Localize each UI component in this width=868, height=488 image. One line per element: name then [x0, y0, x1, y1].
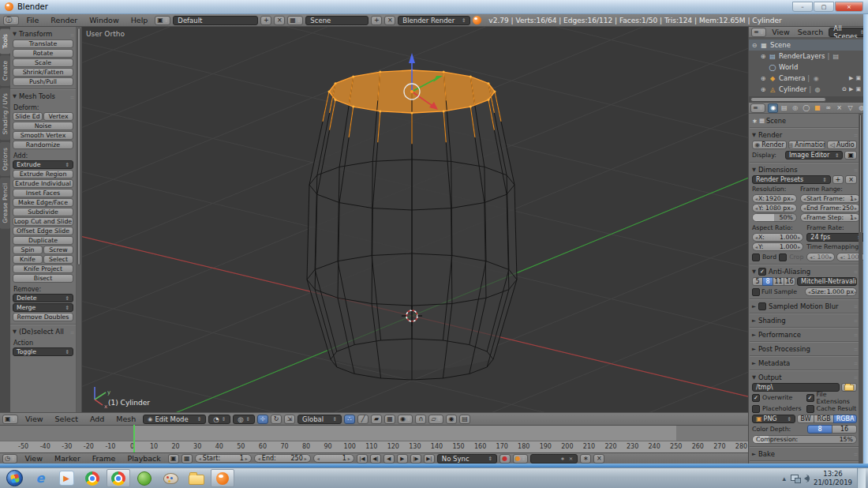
tray-expand-icon[interactable]: ▴	[782, 475, 786, 482]
menu-help[interactable]: Help	[126, 16, 153, 24]
screen-layout-field[interactable]: Default	[173, 16, 258, 25]
noise-button[interactable]: Noise	[13, 122, 73, 130]
media-player-icon[interactable]: ▶	[54, 469, 78, 487]
transform-panel-header[interactable]: ▼Transform::::	[13, 30, 73, 38]
action-select[interactable]: Toggle⇕	[13, 347, 73, 356]
pin-icon[interactable]: ∗	[752, 117, 758, 125]
editor-type-button[interactable]: ⓘ⇕	[3, 16, 19, 25]
menu-file[interactable]: File	[21, 16, 43, 24]
expander-icon[interactable]: ⊕	[760, 53, 766, 60]
add-scene-button[interactable]: +	[371, 16, 382, 25]
aa-samples-8-button[interactable]: 8	[762, 277, 773, 286]
jump-to-next-keyframe-button[interactable]: |▶	[410, 454, 421, 464]
menu-window[interactable]: Window	[84, 16, 123, 24]
crop-checkbox[interactable]	[779, 253, 787, 261]
offset-edge-slide-button[interactable]: Offset Edge Slide	[13, 227, 73, 235]
display-extra-button[interactable]: ▣	[844, 151, 857, 160]
dimensions-panel-header[interactable]: ▼Dimensions::::	[752, 164, 857, 175]
scale-button[interactable]: Scale	[13, 58, 73, 67]
tab-options[interactable]: Options	[0, 142, 10, 176]
delete-keyframe-button[interactable]: ×	[593, 454, 604, 464]
remove-doubles-button[interactable]: Remove Doubles	[13, 313, 73, 321]
vertex-select-mode-button[interactable]: ∴	[344, 415, 355, 424]
merge-menu[interactable]: Merge⇕	[13, 303, 73, 312]
delete-layout-button[interactable]: ×	[274, 16, 285, 25]
render-button[interactable]: ◉Render	[752, 141, 787, 149]
show-desktop-button[interactable]	[857, 468, 866, 488]
aspect-y-field[interactable]: ◂Y:1.000▸	[752, 242, 803, 251]
panel-grip-icon[interactable]: ::::	[854, 303, 857, 309]
manipulator-scale-button[interactable]: ⇲	[284, 415, 295, 424]
slide-edge-button[interactable]: Slide Ed	[13, 112, 43, 121]
subdivide-button[interactable]: Subdivide	[13, 208, 73, 216]
play-reverse-button[interactable]: ◀	[383, 454, 395, 464]
translate-button[interactable]: Translate	[13, 39, 73, 48]
resolution-percentage-slider[interactable]: 50%	[752, 213, 797, 222]
stepper-left-icon[interactable]: ◂	[199, 456, 201, 461]
tab-create[interactable]: Create	[0, 55, 10, 86]
rotate-button[interactable]: Rotate	[13, 49, 73, 58]
stepper-right-icon[interactable]: ▸	[829, 254, 832, 260]
menu-view[interactable]: View	[769, 28, 792, 36]
panel-grip-icon[interactable]: ::::	[854, 360, 857, 366]
outliner-item-cylinder[interactable]: ⊕ ◬ Cylinder | ◍ ⊙▶▣	[749, 84, 863, 95]
menu-mesh[interactable]: Mesh	[111, 415, 140, 423]
stepper-right-icon[interactable]: ▸	[798, 235, 800, 240]
metadata-panel-header[interactable]: ►Metadata::::	[752, 358, 857, 368]
menu-search[interactable]: Search	[795, 28, 826, 36]
keying-set-field[interactable]: ∗×	[530, 454, 578, 464]
slide-vertex-button[interactable]: Vertex	[43, 112, 73, 121]
stepper-left-icon[interactable]: ◂	[803, 196, 806, 201]
screen-layout-button[interactable]: ▣⇕	[155, 16, 170, 25]
insert-keyframe-button[interactable]: ∗	[580, 454, 591, 464]
stepper-right-icon[interactable]: ▸	[855, 215, 857, 220]
border-checkbox[interactable]	[752, 253, 760, 261]
render-panel-header[interactable]: ▼Render::::	[752, 130, 857, 140]
panel-grip-icon[interactable]: ::::	[854, 346, 857, 351]
panel-grip-icon[interactable]: ::::	[70, 94, 73, 99]
maximize-button[interactable]: ▢	[814, 2, 834, 12]
opengl-render-anim-button[interactable]: ▤	[459, 415, 470, 424]
stepper-left-icon[interactable]: ◂	[840, 254, 842, 260]
stepper-left-icon[interactable]: ◂	[258, 456, 260, 461]
face-select-mode-button[interactable]: ▰	[371, 415, 382, 424]
render-engine-select[interactable]: Blender Render⇕	[398, 16, 470, 25]
chrome-active-icon[interactable]	[107, 469, 130, 487]
editor-type-button[interactable]: ▣⇕	[2, 415, 18, 424]
menu-select[interactable]: Select	[51, 415, 83, 423]
jump-to-end-button[interactable]: ▶|	[424, 454, 435, 464]
editor-type-button[interactable]: ≡⇕	[751, 28, 766, 37]
pivot-select[interactable]: ◎⇕	[233, 415, 255, 424]
stepper-right-icon[interactable]: ▸	[855, 205, 857, 211]
tab-grease-pencil[interactable]: Grease Pencil	[0, 178, 10, 229]
tab-world[interactable]: ◯	[801, 103, 811, 113]
snap-button[interactable]: ∩	[415, 415, 426, 424]
panel-grip-icon[interactable]: ::::	[854, 268, 857, 274]
stepper-left-icon[interactable]: ◂	[808, 289, 810, 295]
start-frame-field[interactable]: ◂Start Frame:1▸	[800, 194, 860, 203]
use-preview-range-button[interactable]: ▣	[168, 454, 179, 464]
stepper-left-icon[interactable]: ◂	[755, 235, 758, 240]
render-audio-button[interactable]: ◁Audio	[827, 141, 857, 149]
shading-select[interactable]: ◔⇕	[208, 415, 230, 424]
depth-8-button[interactable]: 8	[807, 425, 832, 434]
channels-bw-button[interactable]: BW	[797, 415, 814, 423]
tab-constraints[interactable]: ∞	[823, 103, 833, 113]
minimize-button[interactable]: –	[792, 2, 813, 12]
extrude-individual-button[interactable]: Extrude Individual	[13, 179, 73, 188]
stepper-left-icon[interactable]: ◂	[803, 215, 806, 220]
tab-render[interactable]: ◉	[768, 103, 778, 113]
properties-scrollbar[interactable]	[859, 114, 862, 464]
add-preset-button[interactable]: +	[832, 175, 844, 184]
stepper-left-icon[interactable]: ◂	[810, 254, 812, 260]
frame-step-field[interactable]: ◂Frame Step:1▸	[800, 213, 860, 222]
lock-time-button[interactable]: ▦	[181, 454, 193, 464]
delete-scene-button[interactable]: ×	[384, 16, 395, 25]
editor-type-button[interactable]: ◷⇕	[2, 454, 17, 464]
remap-old-field[interactable]: ◂: 100▸	[806, 253, 835, 261]
aspect-x-field[interactable]: ◂X:1.000▸	[752, 233, 803, 242]
outliner-scrollbar[interactable]	[749, 96, 863, 103]
visibility-icon[interactable]: ⊙	[842, 86, 847, 92]
scene-browse-button[interactable]: ▦⇕	[287, 16, 303, 25]
tab-data[interactable]: ▽	[845, 103, 855, 113]
